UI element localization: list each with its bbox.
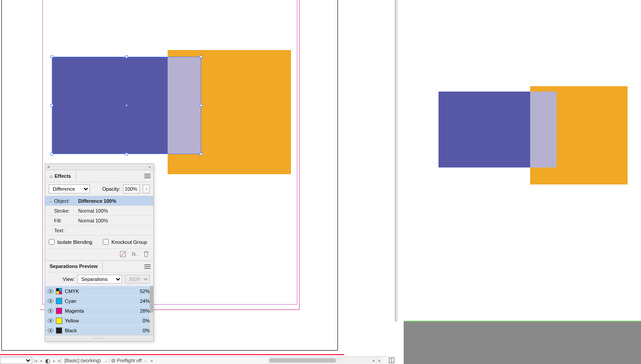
preflight-label: Preflight off: [117, 358, 142, 363]
attr-row-text[interactable]: Text:: [45, 225, 153, 235]
pasteboard-edge: [0, 354, 344, 355]
fx-icon[interactable]: fx.: [131, 251, 138, 258]
trash-icon[interactable]: [143, 251, 150, 258]
preview-pasteboard: [404, 322, 641, 364]
hscroll-right-icon[interactable]: ▸: [376, 358, 383, 363]
blend-mode-select[interactable]: Difference: [49, 184, 90, 193]
knockout-group-label: Knockout Group: [111, 239, 147, 245]
ink-swatch-icon: [56, 308, 62, 314]
page-prev-icon[interactable]: ◂: [38, 358, 43, 363]
tab-separations[interactable]: Separations Preview: [45, 261, 103, 272]
ink-swatch-icon: [56, 318, 62, 324]
sel-handle-tm[interactable]: [125, 55, 128, 58]
hscroll-thumb[interactable]: [269, 358, 336, 363]
ink-value: 24%: [132, 298, 150, 304]
ink-value: 0%: [132, 328, 150, 333]
effects-panel[interactable]: ✕ « ◇Effects Difference Opacity: › ⌄ Obj…: [45, 163, 154, 342]
visibility-eye-icon[interactable]: [47, 309, 54, 313]
page-last-icon[interactable]: ▸|: [57, 358, 63, 363]
visibility-eye-icon[interactable]: [47, 328, 54, 333]
sep-ink-row-yellow[interactable]: Yellow0%: [45, 315, 153, 325]
ink-value: 52%: [132, 289, 150, 294]
sep-panel-menu-icon[interactable]: [142, 263, 153, 271]
sep-ink-row-cyan[interactable]: Cyan24%: [45, 296, 153, 305]
sep-zoom-select: 300%: [125, 275, 150, 284]
preflight-dot-icon: [111, 359, 115, 363]
knockout-group-checkbox[interactable]: [103, 239, 109, 245]
page-next-icon[interactable]: ▸: [52, 358, 57, 363]
sep-view-label: View:: [63, 276, 75, 282]
sep-ink-list: CMYK52%Cyan24%Magenta28%Yellow0%Black0%: [45, 286, 153, 335]
opacity-label: Opacity:: [102, 186, 120, 192]
page-shadow: [395, 0, 399, 322]
ink-swatch-icon: [56, 298, 62, 304]
ink-name: Cyan: [65, 298, 132, 304]
ink-name: Black: [65, 328, 132, 333]
chevron-down-icon: ⌄: [49, 199, 54, 203]
opacity-input[interactable]: [123, 184, 140, 193]
sep-scroll-thumb[interactable]: [150, 286, 153, 313]
hscroll-left-icon[interactable]: ◂: [370, 358, 376, 363]
ink-name: Yellow: [65, 318, 132, 323]
preflight-status[interactable]: Preflight off ⌄: [110, 357, 149, 364]
sel-handle-mr[interactable]: [200, 104, 202, 107]
clear-effects-icon[interactable]: [119, 251, 127, 258]
close-icon[interactable]: ✕: [47, 165, 51, 169]
status-scroll-left-icon[interactable]: ◂: [149, 358, 154, 363]
attr-row-object[interactable]: ⌄ Object: Difference 100%: [45, 196, 153, 205]
svg-point-6: [50, 310, 51, 312]
sel-handle-bm[interactable]: [125, 153, 128, 155]
svg-point-4: [50, 300, 51, 302]
blend-opacity-row: Difference Opacity: ›: [45, 182, 153, 196]
isolate-blending-label: Isolate Blending: [57, 239, 92, 245]
check-row: Isolate Blending Knockout Group: [45, 235, 153, 248]
sel-handle-br[interactable]: [200, 153, 202, 155]
ink-swatch-icon: [56, 288, 62, 294]
svg-point-8: [50, 320, 51, 322]
split-view-icon[interactable]: [388, 357, 395, 364]
visibility-eye-icon[interactable]: [47, 299, 54, 303]
visibility-eye-icon[interactable]: [47, 318, 54, 323]
sep-ink-row-cmyk[interactable]: CMYK52%: [45, 286, 153, 296]
horizontal-scrollbar[interactable]: ◂ ▸: [267, 357, 383, 364]
zoom-dropdown[interactable]: [0, 357, 32, 364]
visibility-eye-icon[interactable]: [47, 289, 54, 293]
sel-handle-bl[interactable]: [51, 153, 53, 155]
sep-view-row: View: Separations 300%: [45, 272, 153, 286]
isolate-blending-checkbox[interactable]: [49, 239, 55, 245]
opacity-stepper[interactable]: ›: [143, 184, 150, 193]
svg-point-2: [50, 290, 51, 292]
panel-menu-icon[interactable]: [142, 172, 153, 180]
ink-value: 0%: [132, 318, 150, 323]
panel-footer-grip[interactable]: [45, 335, 153, 341]
ink-name: CMYK: [65, 289, 132, 294]
sel-handle-ml[interactable]: [51, 104, 53, 107]
separations-tab-row: Separations Preview: [45, 260, 153, 272]
sep-scrollbar[interactable]: [150, 286, 153, 335]
attr-row-fill[interactable]: Fill: Normal 100%: [45, 215, 153, 225]
effects-tab-row: ◇Effects: [45, 170, 153, 182]
sel-handle-tl[interactable]: [51, 55, 53, 58]
page-first-icon[interactable]: |◂: [32, 358, 38, 363]
sep-view-select[interactable]: Separations: [77, 275, 122, 284]
ink-swatch-icon: [56, 327, 62, 334]
page-status-icon[interactable]: ◐: [43, 357, 52, 364]
ink-name: Magenta: [65, 308, 132, 314]
sel-center[interactable]: [126, 105, 127, 106]
effects-icon-strip: fx.: [45, 248, 153, 260]
attr-row-stroke[interactable]: Stroke: Normal 100%: [45, 205, 153, 215]
ink-value: 28%: [132, 308, 150, 314]
tab-effects[interactable]: ◇Effects: [45, 171, 76, 182]
sep-ink-row-black[interactable]: Black0%: [45, 325, 153, 335]
attr-list: ⌄ Object: Difference 100% Stroke: Normal…: [45, 196, 153, 235]
profile-chevron-icon[interactable]: ⌄: [103, 358, 109, 363]
preview-overlap: [530, 92, 557, 167]
sel-handle-tr[interactable]: [200, 55, 202, 58]
panel-titlebar[interactable]: ✕ «: [45, 164, 153, 170]
svg-point-10: [50, 330, 51, 331]
sep-ink-row-magenta[interactable]: Magenta28%: [45, 305, 153, 315]
collapse-icon[interactable]: «: [148, 165, 152, 169]
profile-label[interactable]: [Basic] (working): [63, 357, 102, 364]
